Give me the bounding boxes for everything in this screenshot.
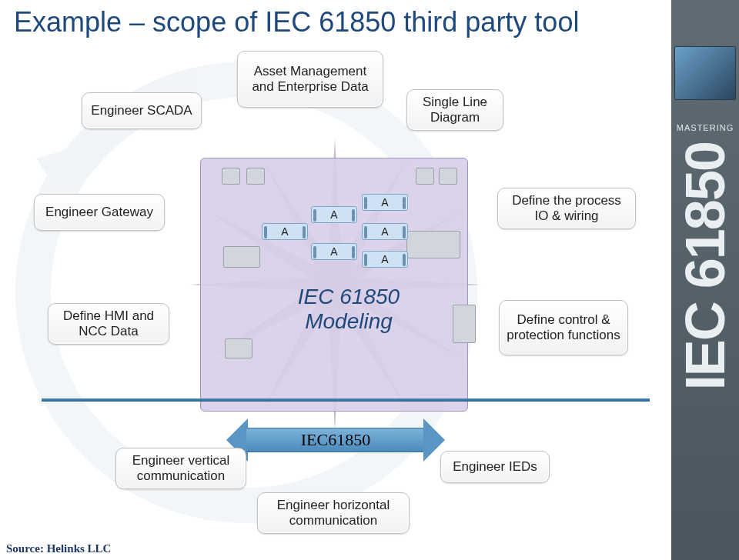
modeling-title: IEC 61850 Modeling — [283, 285, 414, 334]
sidebar-iec-logo: IEC 61850 — [671, 142, 739, 481]
page-title: Example – scope of IEC 61850 third party… — [14, 6, 579, 38]
a-badge: A — [362, 223, 408, 240]
label-engineer-horizontal-comm: Engineer horizontal communication — [257, 492, 410, 534]
label-engineer-vertical-comm: Engineer vertical communication — [115, 448, 246, 489]
sidebar-thumbnail — [674, 46, 736, 100]
sidebar-iec-text: IEC 61850 — [680, 142, 731, 390]
iec61850-bus-label: IEC61850 — [226, 418, 445, 462]
iec61850-bus-arrow: IEC61850 — [226, 418, 445, 462]
a-badge: A — [262, 223, 308, 240]
a-badge: A — [311, 243, 357, 260]
device-icon — [223, 246, 260, 268]
a-badge: A — [311, 206, 357, 223]
sidebar-mastering-text: MASTERING — [671, 123, 739, 132]
label-engineer-ieds: Engineer IEDs — [440, 451, 550, 483]
device-icon — [225, 338, 252, 358]
device-icon — [406, 231, 460, 258]
modeling-title-line2: Modeling — [283, 309, 414, 334]
device-icon — [439, 168, 457, 185]
label-define-hmi-ncc: Define HMI and NCC Data — [48, 303, 169, 345]
label-asset-management: Asset Management and Enterprise Data — [237, 51, 383, 108]
label-engineer-scada: Engineer SCADA — [82, 92, 202, 129]
label-single-line-diagram: Single Line Diagram — [406, 89, 503, 131]
a-badge: A — [362, 194, 408, 211]
device-icon — [222, 168, 240, 185]
bus-line — [42, 398, 650, 402]
modeling-title-line1: IEC 61850 — [283, 285, 414, 309]
label-define-control-protection: Define control & protection functions — [499, 300, 628, 355]
label-engineer-gateway: Engineer Gateway — [34, 194, 165, 231]
label-define-process-io: Define the process IO & wiring — [497, 188, 636, 229]
device-icon — [453, 305, 476, 343]
device-icon — [246, 168, 265, 185]
a-badge: A — [362, 251, 408, 268]
right-sidebar: MASTERING IEC 61850 — [671, 0, 739, 560]
source-line: Source: Helinks LLC — [6, 542, 111, 555]
device-icon — [416, 168, 434, 185]
